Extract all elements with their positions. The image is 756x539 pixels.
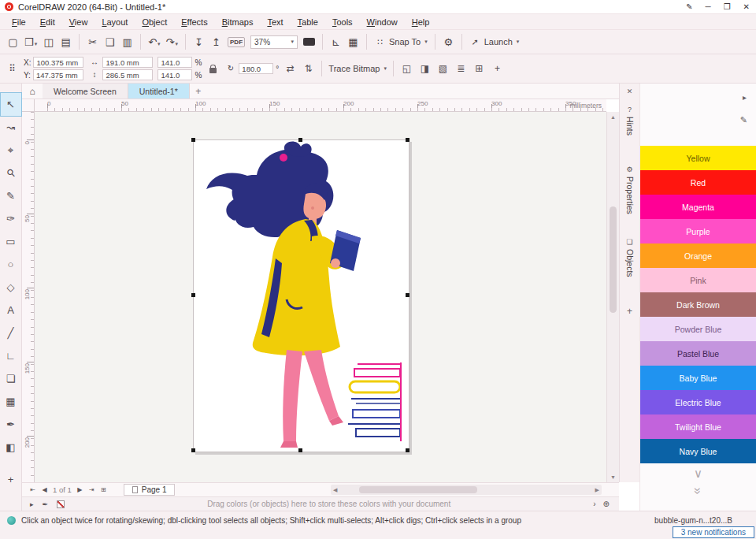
selection-handle[interactable] [406,138,410,142]
object-height-field[interactable]: 286.5 mm [102,69,153,80]
resample-bitmap-button[interactable]: ≣ [454,61,468,76]
show-grid-icon[interactable]: ▦ [347,37,359,47]
menu-item-bitmaps[interactable]: Bitmaps [215,17,261,27]
artistic-media-tool[interactable]: ✑ [1,207,21,230]
crop-bitmap-button[interactable]: ▧ [436,61,450,76]
menu-item-effects[interactable]: Effects [174,17,214,27]
customize-toolbox[interactable]: + [1,468,21,491]
add-docker-button[interactable]: + [620,306,639,317]
dimension-tool[interactable]: ╱ [1,322,21,344]
palette-color-red[interactable]: Red [640,170,756,195]
no-color-swatch[interactable] [57,500,65,508]
selection-handle[interactable] [191,293,195,297]
add-page-icon[interactable]: ⊞ [98,486,109,493]
tab-untitled-1[interactable]: Untitled-1* [128,84,190,99]
sign-in-icon[interactable]: ✎ [686,2,692,11]
transparency-tool[interactable]: ▦ [1,390,21,413]
scroll-down-icon[interactable]: ▼ [607,474,619,480]
close-button[interactable]: ✕ [743,2,750,11]
docker-tab-properties[interactable]: ⚙ Properties [620,165,639,214]
straighten-image-button[interactable]: ◱ [400,61,413,76]
ellipse-tool[interactable]: ○ [1,253,21,276]
palette-scroll-right-icon[interactable]: › [593,500,595,508]
text-tool[interactable]: A [1,299,21,322]
shadow-tool[interactable]: ❏ [1,367,21,390]
vertical-scroll-thumb[interactable] [610,206,617,313]
next-page-icon[interactable]: ▶ [74,486,86,493]
palette-color-electric-blue[interactable]: Electric Blue [640,390,756,414]
pick-tool[interactable]: ↖ [1,93,21,116]
palette-color-yellow[interactable]: Yellow [640,146,756,170]
show-rulers-icon[interactable]: ⊾ [330,37,342,47]
page-1-tab[interactable]: Page 1 [124,484,176,496]
palette-color-twilight-blue[interactable]: Twilight Blue [640,414,756,439]
horizontal-ruler[interactable]: 050100150200250300350 millimeters [35,99,606,112]
menu-item-view[interactable]: View [62,17,95,27]
notifications-badge[interactable]: 3 new notifications [673,526,754,538]
selection-handle[interactable] [298,448,302,452]
menu-item-object[interactable]: Object [135,17,174,27]
cut-icon[interactable]: ✂ [87,37,98,47]
rectangle-tool[interactable]: ▭ [1,230,21,253]
print-icon[interactable]: ▤ [60,37,72,47]
docker-tab-hints[interactable]: ? Hints [620,106,639,136]
menu-item-table[interactable]: Table [291,17,325,27]
customize-property-bar-button[interactable]: + [491,61,504,76]
selection-handle[interactable] [406,448,410,452]
redo-icon[interactable]: ↷▾ [166,37,178,47]
publish-pdf-icon[interactable]: PDF [228,37,245,47]
eyedropper-tool[interactable]: ✒ [1,413,21,436]
artwork-woman-reading[interactable] [194,140,409,452]
zoom-level-select[interactable]: 37% ▾ [250,35,298,49]
palette-eyedropper-icon[interactable]: ✒ [43,500,49,508]
palette-color-pink[interactable]: Pink [640,268,756,292]
last-page-icon[interactable]: ⇥ [86,486,98,493]
document-page[interactable] [193,139,410,452]
minimize-button[interactable]: ─ [706,2,711,11]
selection-handle[interactable] [191,138,195,142]
first-page-icon[interactable]: ⇤ [27,486,39,493]
options-gear-icon[interactable]: ⚙ [443,37,454,47]
vertical-scrollbar[interactable]: ▲ ▼ [606,112,619,482]
copy-icon[interactable]: ❑ [104,37,116,47]
open-document-icon[interactable]: ❒▾ [24,37,37,47]
horizontal-scroll-thumb[interactable] [359,486,477,493]
menu-item-layout[interactable]: Layout [94,17,135,27]
menu-item-tools[interactable]: Tools [325,17,360,27]
canvas[interactable] [35,112,606,482]
palette-scroll-down-icon[interactable]: ∨ [640,467,756,479]
palette-expand-icon[interactable]: ▸ [743,93,747,102]
interactive-fill-tool[interactable]: ◧ [1,436,21,459]
tab-welcome-screen[interactable]: Welcome Screen [43,84,128,99]
selection-handle[interactable] [191,448,195,452]
lock-ratio-button[interactable] [206,61,220,76]
y-position-field[interactable]: 147.375 mm [33,69,83,80]
polygon-tool[interactable]: ◇ [1,276,21,299]
save-icon[interactable]: ◫ [43,37,54,47]
shape-tool[interactable]: ↝ [1,116,21,139]
snap-to-dropdown[interactable]: ∷ Snap To ▾ [374,37,428,46]
palette-color-magenta[interactable]: Magenta [640,195,756,219]
welcome-home-icon[interactable]: ⌂ [22,86,43,99]
palette-color-orange[interactable]: Orange [640,243,756,268]
mirror-horizontal-button[interactable]: ⇄ [284,61,297,76]
selection-handle[interactable] [298,138,302,142]
palette-color-navy-blue[interactable]: Navy Blue [640,439,756,463]
launch-dropdown[interactable]: ➚ Launch ▾ [469,37,520,46]
docker-tab-objects[interactable]: ❏ Objects [620,238,639,277]
palette-color-dark-brown[interactable]: Dark Brown [640,292,756,317]
palette-color-pastel-blue[interactable]: Pastel Blue [640,341,756,366]
bitmap-frame-button[interactable]: ⊞ [472,61,486,76]
x-position-field[interactable]: 100.375 mm [33,57,83,68]
scale-v-field[interactable]: 141.0 [158,69,192,80]
menu-item-edit[interactable]: Edit [33,17,62,27]
menu-item-text[interactable]: Text [260,17,290,27]
mirror-vertical-button[interactable]: ⇅ [302,61,315,76]
object-width-field[interactable]: 191.0 mm [102,57,153,68]
scale-h-field[interactable]: 141.0 [158,57,192,68]
scroll-left-icon[interactable]: ◀ [333,487,337,493]
scroll-up-icon[interactable]: ▲ [607,114,619,120]
menu-item-help[interactable]: Help [405,17,437,27]
edit-bitmap-button[interactable]: ◨ [418,61,432,76]
restore-button[interactable]: ❐ [724,2,731,11]
